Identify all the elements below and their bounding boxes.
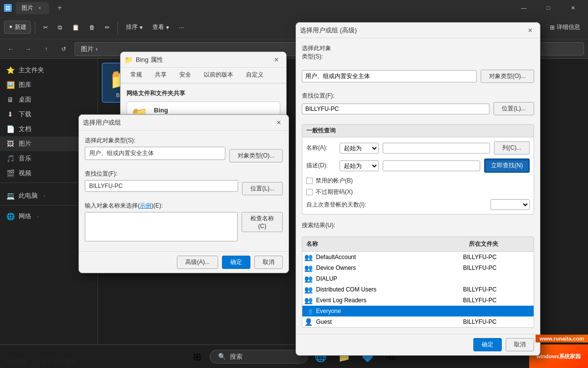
disabled-account-checkbox[interactable] bbox=[306, 178, 313, 184]
result-name: Guest bbox=[314, 318, 463, 325]
forward-button[interactable]: → bbox=[22, 42, 35, 56]
taskbar-search[interactable]: 🔍 搜索 bbox=[210, 350, 308, 364]
downloads-icon: ⬇ bbox=[6, 110, 15, 118]
no-expire-checkbox[interactable] bbox=[306, 189, 313, 195]
sidebar-item-home[interactable]: ⭐ 主文件夹 bbox=[0, 63, 98, 78]
copy-button[interactable]: ⧉ bbox=[54, 22, 66, 33]
select-advanced-dialog: 选择用户或组 (高级) ✕ 选择此对象类型(S): 用户、组或内置安全主体 对象… bbox=[295, 22, 540, 356]
sidebar-item-gallery[interactable]: 🖼️ 图库 bbox=[0, 78, 98, 92]
close-btn[interactable]: ✕ bbox=[562, 0, 584, 16]
loc-value: BILLYFU-PC bbox=[85, 180, 238, 192]
explorer-tab[interactable]: 图片 × bbox=[16, 2, 49, 14]
type-btn[interactable]: 对象类型(O)... bbox=[229, 149, 283, 162]
advanced-btn[interactable]: 高级(A)... bbox=[177, 256, 218, 269]
sidebar-item-desktop[interactable]: 🖥 桌面 bbox=[0, 92, 98, 107]
adv-loc-btn[interactable]: 位置(L)... bbox=[493, 102, 534, 115]
view-button[interactable]: 查看▾ bbox=[148, 21, 173, 33]
result-row[interactable]: 👤 Guest BILLYFU-PC bbox=[302, 316, 534, 327]
share-section-title: 网络文件和文件夹共享 bbox=[126, 89, 280, 98]
search-now-btn[interactable]: 立即查找(N) bbox=[484, 158, 530, 173]
more-button[interactable]: ··· bbox=[175, 22, 188, 33]
detail-view-button[interactable]: ⊞ 详细信息 bbox=[546, 21, 584, 33]
select-ok-btn[interactable]: 确定 bbox=[222, 256, 250, 269]
result-row[interactable]: 👥 Device Owners BILLYFU-PC bbox=[302, 263, 534, 273]
name-query-input[interactable] bbox=[383, 143, 490, 154]
adv-cancel-btn[interactable]: 取消 bbox=[506, 338, 534, 351]
col-btn[interactable]: 列(C)... bbox=[494, 141, 530, 155]
result-row[interactable]: 👥 Everyone bbox=[302, 306, 534, 316]
general-query-header: 一般性查询 bbox=[302, 125, 534, 137]
example-link[interactable]: 示例 bbox=[140, 202, 151, 209]
results-list: 👥 DefaultAccount BILLYFU-PC 👥 Device Own… bbox=[302, 252, 534, 327]
result-row[interactable]: 👥 Distributed COM Users BILLYFU-PC bbox=[302, 284, 534, 295]
tab-close-btn[interactable]: × bbox=[36, 4, 43, 11]
more-icon: ··· bbox=[179, 24, 184, 31]
sidebar-label-music: 音乐 bbox=[19, 154, 31, 163]
desc-query-row: 描述(D): 起始为 立即查找(N) bbox=[306, 158, 530, 173]
up-button[interactable]: ↑ bbox=[39, 42, 53, 56]
loc-btn[interactable]: 位置(L)... bbox=[242, 182, 283, 195]
path-segment-pictures: 图片 bbox=[81, 45, 94, 53]
tab-security[interactable]: 安全 bbox=[173, 68, 197, 83]
watermark-text: windows系统家园 bbox=[537, 353, 581, 360]
documents-icon: 📄 bbox=[6, 125, 15, 133]
select-dialog-close[interactable]: ✕ bbox=[273, 117, 285, 129]
check-name-btn[interactable]: 检查名称(C) bbox=[242, 212, 283, 232]
bing-dialog-tabs: 常规 共享 安全 以前的版本 自定义 bbox=[121, 68, 286, 83]
paste-button[interactable]: 📋 bbox=[68, 22, 83, 33]
adv-type-section: 用户、组或内置安全主体 对象类型(O)... bbox=[302, 70, 534, 83]
tab-label: 图片 bbox=[22, 4, 33, 12]
adv-type-btn[interactable]: 对象类型(O)... bbox=[481, 70, 534, 83]
rename-button[interactable]: ✏ bbox=[101, 22, 114, 33]
copy-icon: ⧉ bbox=[58, 24, 62, 31]
col-location-header: 所在文件夹 bbox=[465, 239, 534, 249]
delete-button[interactable]: 🗑 bbox=[85, 22, 99, 33]
result-location: BILLYFU-PC bbox=[463, 286, 532, 293]
thispc-icon: 💻 bbox=[6, 192, 15, 200]
adv-ok-btn[interactable]: 确定 bbox=[473, 338, 502, 351]
adv-title: 选择用户或组 (高级) bbox=[300, 26, 521, 35]
new-button[interactable]: ✦ 新建 bbox=[4, 21, 31, 34]
tab-general[interactable]: 常规 bbox=[124, 68, 148, 83]
view-label: 查看 bbox=[152, 23, 164, 31]
watermark-label: www.runaita.com bbox=[539, 336, 584, 342]
adv-type-label: 选择此对象类型(S): bbox=[302, 44, 331, 61]
bing-dialog-icon: 📁 bbox=[124, 56, 133, 64]
result-row[interactable]: 👥 DefaultAccount BILLYFU-PC bbox=[302, 252, 534, 263]
name-condition-select[interactable]: 起始为 bbox=[340, 143, 379, 154]
adv-loc-label: 查找位置(F): bbox=[302, 92, 534, 100]
desc-query-input[interactable] bbox=[383, 160, 480, 171]
bing-dialog-close[interactable]: ✕ bbox=[270, 54, 282, 66]
type-label: 选择此对象类型(S): bbox=[85, 136, 283, 145]
explorer-icon: 🖼 bbox=[4, 4, 12, 12]
result-row[interactable]: 👥 DIALUP bbox=[302, 273, 534, 284]
tab-custom[interactable]: 自定义 bbox=[240, 68, 270, 83]
path-arrow: › bbox=[96, 45, 98, 53]
tab-previous[interactable]: 以前的版本 bbox=[198, 68, 239, 83]
adv-bottom-buttons: 确定 取消 bbox=[296, 334, 540, 355]
rename-icon: ✏ bbox=[105, 24, 110, 31]
result-location: BILLYFU-PC bbox=[463, 297, 532, 304]
general-query-body: 名称(A): 起始为 列(C)... 描述(D): 起始为 立即查找(N) bbox=[302, 137, 534, 214]
select-cancel-btn[interactable]: 取消 bbox=[254, 256, 283, 269]
back-button[interactable]: ← bbox=[4, 42, 18, 56]
days-select[interactable] bbox=[490, 199, 530, 210]
loc-row: BILLYFU-PC 位置(L)... bbox=[85, 180, 283, 197]
tab-share[interactable]: 共享 bbox=[149, 68, 172, 83]
maximize-btn[interactable]: □ bbox=[537, 0, 560, 16]
select-dialog-title-bar: 选择用户或组 ✕ bbox=[79, 115, 289, 131]
result-row[interactable]: 👥 Event Log Readers BILLYFU-PC bbox=[302, 295, 534, 306]
loc-label: 查找位置(F): bbox=[85, 170, 283, 178]
adv-type-value: 用户、组或内置安全主体 bbox=[302, 70, 477, 82]
refresh-button[interactable]: ↺ bbox=[57, 42, 71, 56]
result-name: DIALUP bbox=[314, 275, 463, 282]
adv-close-btn[interactable]: ✕ bbox=[524, 25, 536, 36]
object-name-input[interactable] bbox=[85, 212, 238, 241]
cut-button[interactable]: ✂ bbox=[39, 22, 52, 33]
sort-button[interactable]: 排序▾ bbox=[122, 21, 147, 33]
desc-condition-select[interactable]: 起始为 bbox=[340, 160, 379, 171]
minimize-btn[interactable]: — bbox=[513, 0, 535, 16]
tab-add-btn[interactable]: + bbox=[53, 1, 67, 15]
start-button[interactable]: ⊞ bbox=[186, 346, 208, 368]
adv-title-bar: 选择用户或组 (高级) ✕ bbox=[296, 23, 540, 38]
